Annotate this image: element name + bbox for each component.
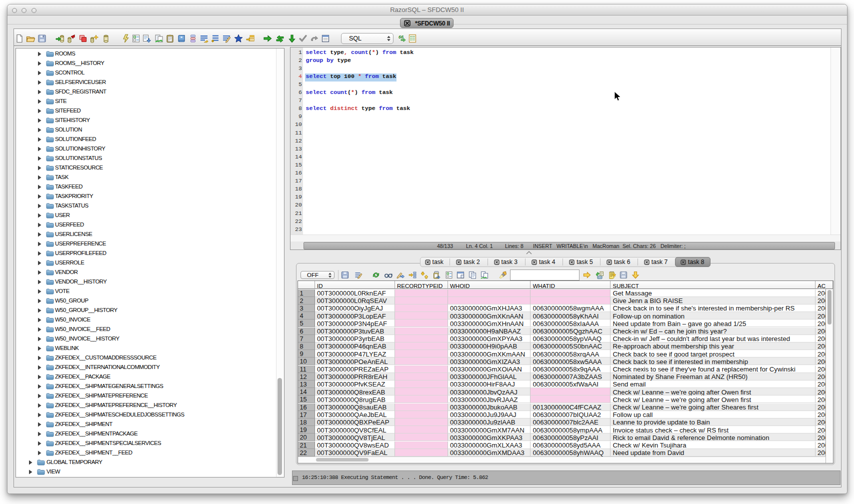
svg-text:66: 66 bbox=[398, 34, 404, 40]
